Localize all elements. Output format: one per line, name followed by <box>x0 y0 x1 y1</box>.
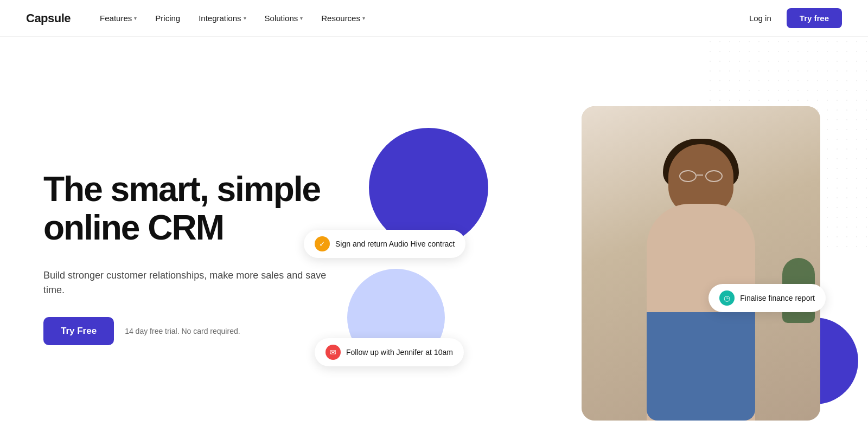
person-figure <box>609 139 793 421</box>
photo-background <box>582 106 820 421</box>
glasses-right-lens <box>705 170 723 182</box>
task-card-2: ◷ Finalise finance report <box>709 284 826 312</box>
task-icon-clock: ◷ <box>719 290 735 306</box>
task-card-3-text: Follow up with Jennifer at 10am <box>346 348 453 357</box>
chevron-down-icon: ▾ <box>362 15 365 21</box>
task-card-1-text: Sign and return Audio Hive contract <box>335 240 455 248</box>
hero-left: The smart, simple online CRM Build stron… <box>43 170 336 345</box>
task-card-3: ✉ Follow up with Jennifer at 10am <box>315 338 464 366</box>
nav-try-free-button[interactable]: Try free <box>787 8 842 28</box>
nav-item-resources[interactable]: Resources ▾ <box>314 9 373 27</box>
hero-try-free-button[interactable]: Try Free <box>43 317 114 345</box>
task-card-2-text: Finalise finance report <box>740 294 815 302</box>
chevron-down-icon: ▾ <box>134 15 137 21</box>
main-nav: Capsule Features ▾ Pricing Integrations … <box>0 0 868 37</box>
glasses-left-lens <box>679 170 697 182</box>
person-glasses <box>679 170 723 179</box>
hero-photo-card <box>582 106 820 421</box>
chevron-down-icon: ▾ <box>244 15 246 21</box>
hero-title: The smart, simple online CRM <box>43 170 336 247</box>
nav-right: Log in Try free <box>743 8 842 28</box>
task-icon-mail: ✉ <box>326 345 341 360</box>
nav-links: Features ▾ Pricing Integrations ▾ Soluti… <box>92 9 743 27</box>
task-card-1: ✓ Sign and return Audio Hive contract <box>304 230 465 258</box>
nav-item-features[interactable]: Features ▾ <box>92 9 144 27</box>
chevron-down-icon: ▾ <box>300 15 303 21</box>
person-jeans <box>647 312 755 421</box>
task-icon-check: ✓ <box>315 236 330 251</box>
hero-right: ✓ Sign and return Audio Hive contract ◷ … <box>336 95 842 421</box>
nav-item-integrations[interactable]: Integrations ▾ <box>191 9 253 27</box>
logo[interactable]: Capsule <box>26 11 71 25</box>
nav-item-pricing[interactable]: Pricing <box>148 9 188 27</box>
hero-subtitle: Build stronger customer relationships, m… <box>43 268 336 298</box>
trial-text: 14 day free trial. No card required. <box>125 327 240 335</box>
hero-section: The smart, simple online CRM Build stron… <box>0 37 868 446</box>
glasses-bridge <box>697 174 703 176</box>
hero-actions: Try Free 14 day free trial. No card requ… <box>43 317 336 345</box>
circle-decoration-purple-large <box>369 128 488 247</box>
login-link[interactable]: Log in <box>743 9 778 27</box>
nav-item-solutions[interactable]: Solutions ▾ <box>257 9 311 27</box>
